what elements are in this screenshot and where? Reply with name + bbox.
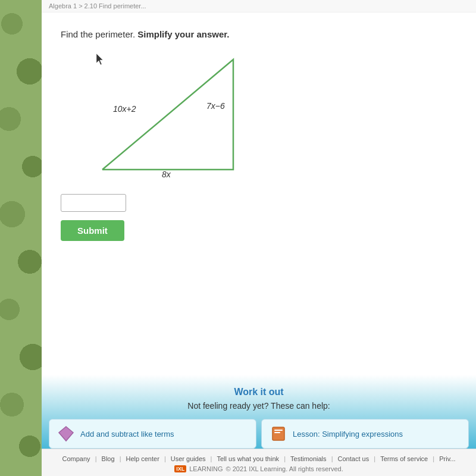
footer-link-privacy[interactable]: Priv... — [439, 455, 455, 462]
left-sidebar — [0, 0, 42, 476]
hypotenuse-label: 10x+2 — [113, 104, 136, 114]
question-area: Find the perimeter. Simplify your answer… — [42, 12, 476, 375]
help-card-1-label: Add and subtract like terms — [80, 430, 174, 439]
work-it-out-section: Work it out Not feeling ready yet? These… — [42, 375, 476, 449]
ixl-logo-box: IXL — [174, 465, 186, 472]
footer-link-blog[interactable]: Blog — [102, 455, 115, 462]
svg-rect-2 — [273, 427, 284, 440]
main-content: Algebra 1 > 2.10 Find perimeter... Find … — [42, 0, 476, 476]
help-card-2[interactable]: Lesson: Simplifying expressions — [261, 419, 469, 449]
footer-link-help[interactable]: Help center — [126, 455, 159, 462]
bottom-side-label: 8x — [162, 170, 171, 179]
book-icon — [270, 425, 287, 442]
answer-input[interactable] — [61, 194, 126, 212]
question-title: Find the perimeter. Simplify your answer… — [61, 29, 457, 39]
svg-rect-3 — [274, 430, 283, 431]
right-side-label: 7x−6 — [206, 101, 225, 111]
triangle-svg — [96, 54, 275, 178]
copyright-text: LEARNING — [189, 465, 223, 472]
work-it-out-subtitle: Not feeling ready yet? These can help: — [42, 401, 476, 411]
triangle-diagram: 10x+2 7x−6 8x — [96, 54, 287, 184]
svg-rect-4 — [274, 432, 280, 433]
help-cards: Add and subtract like terms Lesson: Simp… — [42, 419, 476, 449]
footer-link-terms[interactable]: Terms of service — [380, 455, 428, 462]
breadcrumb-text: Algebra 1 > 2.10 Find perimeter... — [49, 2, 146, 10]
footer-link-guides[interactable]: User guides — [171, 455, 206, 462]
footer-link-feedback[interactable]: Tell us what you think — [217, 455, 280, 462]
svg-marker-1 — [59, 427, 73, 441]
submit-button[interactable]: Submit — [61, 220, 124, 241]
ixl-logo: IXL — [174, 465, 186, 472]
footer-links: Company | Blog | Help center | User guid… — [42, 455, 476, 462]
diamond-icon — [58, 425, 74, 442]
footer-link-testimonials[interactable]: Testimonials — [290, 455, 327, 462]
copyright-year: © 2021 IXL Learning. All rights reserved… — [226, 465, 343, 472]
footer: Company | Blog | Help center | User guid… — [42, 449, 476, 476]
breadcrumb: Algebra 1 > 2.10 Find perimeter... — [42, 0, 476, 12]
footer-copyright: IXL LEARNING © 2021 IXL Learning. All ri… — [42, 465, 476, 472]
footer-link-company[interactable]: Company — [62, 455, 90, 462]
help-card-1[interactable]: Add and subtract like terms — [49, 419, 256, 449]
footer-link-contact[interactable]: Contact us — [338, 455, 369, 462]
work-it-out-title: Work it out — [42, 387, 476, 397]
help-card-2-label: Lesson: Simplifying expressions — [293, 430, 403, 439]
